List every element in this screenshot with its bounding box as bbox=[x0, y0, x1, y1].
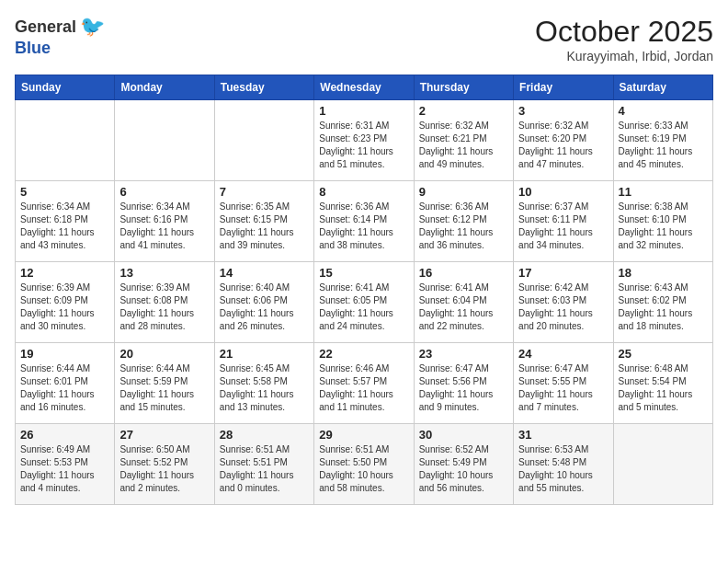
calendar-cell: 29Sunrise: 6:51 AM Sunset: 5:50 PM Dayli… bbox=[314, 424, 414, 505]
calendar-cell: 4Sunrise: 6:33 AM Sunset: 6:19 PM Daylig… bbox=[613, 100, 712, 181]
calendar-cell: 20Sunrise: 6:44 AM Sunset: 5:59 PM Dayli… bbox=[115, 343, 214, 424]
day-number: 2 bbox=[419, 104, 508, 118]
day-number: 17 bbox=[518, 266, 608, 280]
calendar-cell: 30Sunrise: 6:52 AM Sunset: 5:49 PM Dayli… bbox=[414, 424, 513, 505]
weekday-header-wednesday: Wednesday bbox=[314, 75, 414, 100]
day-number: 30 bbox=[419, 428, 508, 442]
day-number: 16 bbox=[419, 266, 508, 280]
day-info: Sunrise: 6:35 AM Sunset: 6:15 PM Dayligh… bbox=[220, 201, 309, 252]
day-number: 31 bbox=[518, 428, 608, 442]
day-info: Sunrise: 6:52 AM Sunset: 5:49 PM Dayligh… bbox=[419, 443, 508, 495]
calendar-cell: 8Sunrise: 6:36 AM Sunset: 6:14 PM Daylig… bbox=[314, 181, 414, 262]
day-number: 14 bbox=[220, 266, 309, 280]
day-number: 20 bbox=[119, 347, 209, 361]
day-info: Sunrise: 6:31 AM Sunset: 6:23 PM Dayligh… bbox=[319, 120, 408, 171]
calendar-cell: 26Sunrise: 6:49 AM Sunset: 5:53 PM Dayli… bbox=[16, 424, 115, 505]
calendar-cell: 27Sunrise: 6:50 AM Sunset: 5:52 PM Dayli… bbox=[115, 424, 214, 505]
calendar-cell: 16Sunrise: 6:41 AM Sunset: 6:04 PM Dayli… bbox=[414, 262, 513, 343]
day-info: Sunrise: 6:36 AM Sunset: 6:12 PM Dayligh… bbox=[419, 201, 508, 252]
day-info: Sunrise: 6:51 AM Sunset: 5:50 PM Dayligh… bbox=[319, 443, 408, 495]
day-number: 26 bbox=[20, 428, 109, 442]
calendar-cell: 19Sunrise: 6:44 AM Sunset: 6:01 PM Dayli… bbox=[16, 343, 115, 424]
day-info: Sunrise: 6:32 AM Sunset: 6:20 PM Dayligh… bbox=[518, 120, 608, 171]
day-info: Sunrise: 6:46 AM Sunset: 5:57 PM Dayligh… bbox=[319, 362, 408, 414]
day-number: 19 bbox=[20, 347, 109, 361]
month-title: October 2025 bbox=[535, 15, 713, 49]
weekday-header-sunday: Sunday bbox=[16, 75, 115, 100]
day-info: Sunrise: 6:40 AM Sunset: 6:06 PM Dayligh… bbox=[220, 282, 309, 333]
day-info: Sunrise: 6:39 AM Sunset: 6:09 PM Dayligh… bbox=[20, 282, 109, 333]
calendar-week-row: 26Sunrise: 6:49 AM Sunset: 5:53 PM Dayli… bbox=[16, 424, 713, 505]
day-number: 29 bbox=[319, 428, 408, 442]
calendar-week-row: 5Sunrise: 6:34 AM Sunset: 6:18 PM Daylig… bbox=[16, 181, 713, 262]
day-info: Sunrise: 6:38 AM Sunset: 6:10 PM Dayligh… bbox=[619, 201, 708, 252]
day-number: 1 bbox=[319, 104, 408, 118]
day-number: 21 bbox=[220, 347, 309, 361]
day-info: Sunrise: 6:44 AM Sunset: 6:01 PM Dayligh… bbox=[20, 362, 109, 414]
day-number: 18 bbox=[619, 266, 708, 280]
day-number: 5 bbox=[20, 185, 109, 199]
day-number: 12 bbox=[20, 266, 109, 280]
calendar-cell bbox=[115, 100, 214, 181]
day-number: 6 bbox=[119, 185, 209, 199]
day-number: 3 bbox=[518, 104, 608, 118]
day-number: 10 bbox=[518, 185, 608, 199]
weekday-header-tuesday: Tuesday bbox=[214, 75, 313, 100]
calendar-cell: 10Sunrise: 6:37 AM Sunset: 6:11 PM Dayli… bbox=[514, 181, 613, 262]
calendar-cell: 18Sunrise: 6:43 AM Sunset: 6:02 PM Dayli… bbox=[613, 262, 712, 343]
calendar-cell: 22Sunrise: 6:46 AM Sunset: 5:57 PM Dayli… bbox=[314, 343, 414, 424]
day-number: 25 bbox=[619, 347, 708, 361]
weekday-header-friday: Friday bbox=[514, 75, 613, 100]
calendar-cell: 17Sunrise: 6:42 AM Sunset: 6:03 PM Dayli… bbox=[514, 262, 613, 343]
day-info: Sunrise: 6:34 AM Sunset: 6:18 PM Dayligh… bbox=[20, 201, 109, 252]
calendar-cell: 31Sunrise: 6:53 AM Sunset: 5:48 PM Dayli… bbox=[514, 424, 613, 505]
day-info: Sunrise: 6:45 AM Sunset: 5:58 PM Dayligh… bbox=[220, 362, 309, 414]
day-number: 11 bbox=[619, 185, 708, 199]
calendar-week-row: 19Sunrise: 6:44 AM Sunset: 6:01 PM Dayli… bbox=[16, 343, 713, 424]
day-info: Sunrise: 6:36 AM Sunset: 6:14 PM Dayligh… bbox=[319, 201, 408, 252]
day-info: Sunrise: 6:53 AM Sunset: 5:48 PM Dayligh… bbox=[518, 443, 608, 495]
day-info: Sunrise: 6:50 AM Sunset: 5:52 PM Dayligh… bbox=[119, 443, 209, 495]
calendar-cell: 28Sunrise: 6:51 AM Sunset: 5:51 PM Dayli… bbox=[214, 424, 313, 505]
day-info: Sunrise: 6:32 AM Sunset: 6:21 PM Dayligh… bbox=[419, 120, 508, 171]
calendar-cell: 12Sunrise: 6:39 AM Sunset: 6:09 PM Dayli… bbox=[16, 262, 115, 343]
day-number: 27 bbox=[119, 428, 209, 442]
day-info: Sunrise: 6:48 AM Sunset: 5:54 PM Dayligh… bbox=[619, 362, 708, 414]
day-number: 23 bbox=[419, 347, 508, 361]
day-number: 24 bbox=[518, 347, 608, 361]
day-info: Sunrise: 6:47 AM Sunset: 5:56 PM Dayligh… bbox=[419, 362, 508, 414]
day-info: Sunrise: 6:39 AM Sunset: 6:08 PM Dayligh… bbox=[119, 282, 209, 333]
day-info: Sunrise: 6:37 AM Sunset: 6:11 PM Dayligh… bbox=[518, 201, 608, 252]
day-info: Sunrise: 6:49 AM Sunset: 5:53 PM Dayligh… bbox=[20, 443, 109, 495]
calendar-week-row: 1Sunrise: 6:31 AM Sunset: 6:23 PM Daylig… bbox=[16, 100, 713, 181]
calendar-week-row: 12Sunrise: 6:39 AM Sunset: 6:09 PM Dayli… bbox=[16, 262, 713, 343]
calendar-cell: 3Sunrise: 6:32 AM Sunset: 6:20 PM Daylig… bbox=[514, 100, 613, 181]
day-number: 15 bbox=[319, 266, 408, 280]
day-number: 7 bbox=[220, 185, 309, 199]
calendar-cell: 21Sunrise: 6:45 AM Sunset: 5:58 PM Dayli… bbox=[214, 343, 313, 424]
calendar-cell: 24Sunrise: 6:47 AM Sunset: 5:55 PM Dayli… bbox=[514, 343, 613, 424]
calendar-cell: 11Sunrise: 6:38 AM Sunset: 6:10 PM Dayli… bbox=[613, 181, 712, 262]
calendar-cell: 6Sunrise: 6:34 AM Sunset: 6:16 PM Daylig… bbox=[115, 181, 214, 262]
logo-blue-text: Blue bbox=[15, 39, 51, 58]
calendar-cell: 13Sunrise: 6:39 AM Sunset: 6:08 PM Dayli… bbox=[115, 262, 214, 343]
logo: General 🐦 Blue bbox=[15, 15, 105, 58]
calendar-cell: 2Sunrise: 6:32 AM Sunset: 6:21 PM Daylig… bbox=[414, 100, 513, 181]
logo-general-text: General bbox=[15, 17, 76, 37]
day-number: 22 bbox=[319, 347, 408, 361]
calendar-table: SundayMondayTuesdayWednesdayThursdayFrid… bbox=[15, 75, 713, 505]
day-info: Sunrise: 6:51 AM Sunset: 5:51 PM Dayligh… bbox=[220, 443, 309, 495]
day-number: 13 bbox=[119, 266, 209, 280]
title-block: October 2025 Kurayyimah, Irbid, Jordan bbox=[535, 15, 713, 63]
day-info: Sunrise: 6:43 AM Sunset: 6:02 PM Dayligh… bbox=[619, 282, 708, 333]
calendar-cell: 23Sunrise: 6:47 AM Sunset: 5:56 PM Dayli… bbox=[414, 343, 513, 424]
logo-bird-icon: 🐦 bbox=[80, 15, 105, 39]
day-info: Sunrise: 6:41 AM Sunset: 6:04 PM Dayligh… bbox=[419, 282, 508, 333]
day-number: 8 bbox=[319, 185, 408, 199]
day-number: 4 bbox=[619, 104, 708, 118]
calendar-cell bbox=[613, 424, 712, 505]
calendar-cell: 9Sunrise: 6:36 AM Sunset: 6:12 PM Daylig… bbox=[414, 181, 513, 262]
calendar-cell: 1Sunrise: 6:31 AM Sunset: 6:23 PM Daylig… bbox=[314, 100, 414, 181]
calendar-cell: 14Sunrise: 6:40 AM Sunset: 6:06 PM Dayli… bbox=[214, 262, 313, 343]
calendar-cell: 15Sunrise: 6:41 AM Sunset: 6:05 PM Dayli… bbox=[314, 262, 414, 343]
